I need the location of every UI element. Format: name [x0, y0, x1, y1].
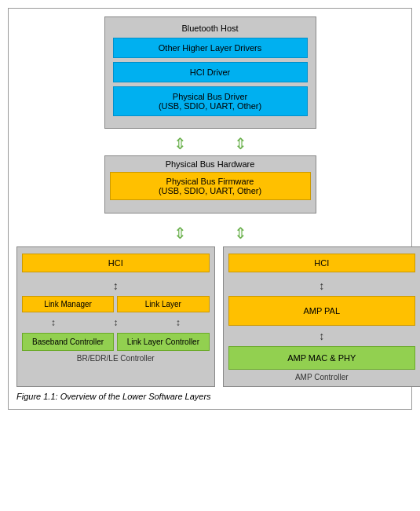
arrow-left-1: ↕ [51, 317, 56, 328]
amp-hci-arrow: ↕ [228, 279, 416, 292]
bredr-controller-box: HCI ↕ Link Manager Link Layer ↕ ↕ ↕ Base… [16, 246, 215, 387]
diagram-container: Bluetooth Host Other Higher Layer Driver… [8, 8, 412, 410]
physical-bus-firmware-box: Physical Bus Firmware (USB, SDIO, UART, … [110, 172, 311, 200]
link-layer-box: Link Layer [117, 296, 209, 312]
bredr-inner: HCI ↕ Link Manager Link Layer ↕ ↕ ↕ Base… [22, 254, 210, 351]
amp-controller-title: AMP Controller [228, 373, 416, 381]
amp-inner: HCI ↕ AMP PAL ↕ AMP MAC & PHY [228, 254, 416, 370]
arrow-up-down-3: ⇕ [173, 224, 187, 243]
bredr-bottom-row: Baseband Controller Link Layer Controlle… [22, 333, 210, 351]
arrow-right-1: ↕ [176, 317, 181, 328]
link-layer-controller-box: Link Layer Controller [117, 333, 209, 351]
amp-controller-box: HCI ↕ AMP PAL ↕ AMP MAC & PHY AMP Contro… [223, 246, 421, 387]
physical-bus-hw-title: Physical Bus Hardware [110, 159, 311, 169]
arrow-up-down-2: ⇕ [234, 134, 247, 153]
amp-hci-box: HCI [228, 254, 416, 272]
bredr-hci-box: HCI [22, 254, 210, 272]
host-to-hw-arrows: ⇕ ⇕ [16, 133, 404, 154]
other-higher-layer-drivers-box: Other Higher Layer Drivers [113, 38, 308, 58]
bluetooth-host-title: Bluetooth Host [113, 24, 308, 33]
hw-to-controllers-arrows: ⇕ ⇕ [16, 223, 404, 243]
bottom-controllers-row: HCI ↕ Link Manager Link Layer ↕ ↕ ↕ Base… [16, 246, 420, 387]
bredr-hci-arrow: ↕ [22, 279, 210, 292]
bluetooth-host-box: Bluetooth Host Other Higher Layer Driver… [104, 16, 316, 129]
baseband-controller-box: Baseband Controller [22, 333, 114, 351]
amp-pal-arrow: ↕ [228, 330, 416, 342]
amp-pal-box: AMP PAL [228, 296, 416, 326]
arrow-up-down-1: ⇕ [173, 134, 187, 153]
arrow-up-down-4: ⇕ [234, 224, 247, 243]
amp-mac-box: AMP MAC & PHY [228, 346, 416, 370]
link-manager-box: Link Manager [22, 296, 114, 312]
bredr-mid-row: Link Manager Link Layer [22, 296, 210, 312]
physical-bus-hardware-stack: Physical Bus Hardware Physical Bus Firmw… [104, 155, 316, 218]
hci-driver-box: HCI Driver [113, 62, 308, 82]
physical-bus-hardware-box: Physical Bus Hardware Physical Bus Firmw… [104, 155, 316, 214]
bredr-controller-title: BR/EDR/LE Controller [22, 354, 210, 363]
bredr-mid-arrows: ↕ ↕ ↕ [22, 316, 210, 330]
figure-caption: Figure 1.1: Overview of the Lower Softwa… [16, 392, 404, 401]
arrow-left-2: ↕ [113, 317, 118, 328]
physical-bus-driver-box: Physical Bus Driver (USB, SDIO, UART, Ot… [113, 86, 308, 116]
